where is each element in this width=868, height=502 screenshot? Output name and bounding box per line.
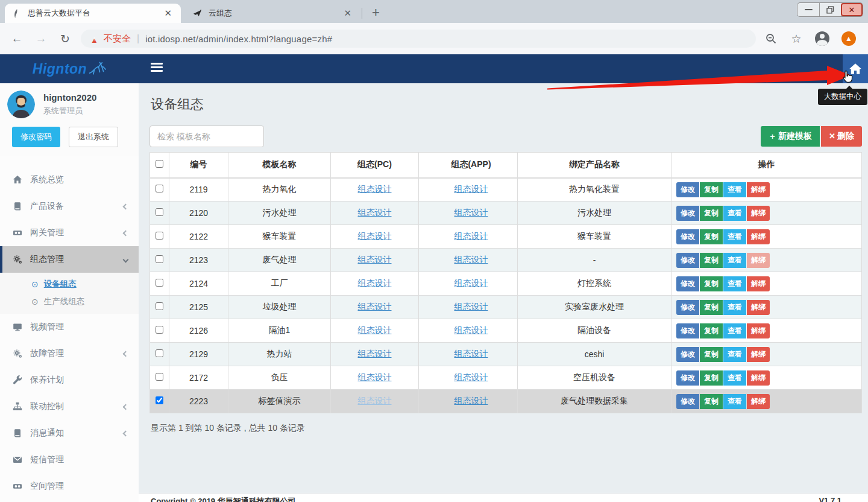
action-unbind-button[interactable]: 解绑: [747, 347, 770, 362]
row-checkbox[interactable]: [156, 396, 163, 404]
action-copy-button[interactable]: 复制: [700, 347, 723, 362]
sidebar-item-3[interactable]: 组态管理: [0, 246, 139, 273]
action-copy-button[interactable]: 复制: [700, 394, 723, 409]
delete-button[interactable]: ✕删除: [821, 126, 862, 147]
datacenter-home-button[interactable]: [843, 54, 868, 83]
action-edit-button[interactable]: 修改: [676, 253, 699, 268]
pc-design-link[interactable]: 组态设计: [358, 184, 392, 194]
action-copy-button[interactable]: 复制: [700, 300, 723, 315]
app-design-link[interactable]: 组态设计: [454, 278, 488, 288]
action-unbind-button[interactable]: 解绑: [747, 229, 770, 244]
row-checkbox[interactable]: [156, 373, 163, 381]
app-design-link[interactable]: 组态设计: [454, 372, 488, 382]
tab-close-icon[interactable]: ✕: [161, 7, 175, 19]
action-edit-button[interactable]: 修改: [676, 323, 699, 338]
new-template-button[interactable]: ＋新建模板: [761, 126, 820, 147]
sidebar-item-9[interactable]: 短信管理: [0, 446, 139, 473]
change-password-button[interactable]: 修改密码: [12, 127, 60, 147]
app-design-link[interactable]: 组态设计: [454, 184, 488, 194]
pc-design-link[interactable]: 组态设计: [358, 302, 392, 311]
action-view-button[interactable]: 查看: [723, 206, 746, 221]
app-design-link[interactable]: 组态设计: [454, 349, 488, 358]
tab-close-icon[interactable]: ✕: [341, 7, 354, 19]
action-unbind-button[interactable]: 解绑: [747, 276, 770, 291]
bookmark-star-icon[interactable]: ☆: [790, 32, 803, 45]
new-tab-button[interactable]: +: [372, 5, 380, 21]
action-unbind-button[interactable]: 解绑: [747, 370, 770, 386]
action-unbind-button[interactable]: 解绑: [747, 206, 770, 221]
row-checkbox[interactable]: [156, 185, 163, 192]
browser-tab-scada[interactable]: 云组态 ✕: [186, 4, 360, 23]
sidebar-item-6[interactable]: 保养计划: [0, 367, 139, 393]
action-copy-button[interactable]: 复制: [700, 206, 723, 221]
window-close-button[interactable]: ✕: [841, 3, 863, 16]
action-copy-button[interactable]: 复制: [700, 182, 723, 197]
browser-tab-platform[interactable]: 思普云大数据平台 ✕: [5, 4, 181, 23]
app-design-link[interactable]: 组态设计: [454, 231, 488, 241]
sidebar-item-8[interactable]: 消息通知: [0, 420, 139, 446]
app-design-link[interactable]: 组态设计: [454, 325, 488, 335]
extension-icon[interactable]: ▲: [841, 31, 856, 46]
submenu-item[interactable]: ⊙设备组态: [0, 275, 139, 293]
back-icon[interactable]: ←: [5, 32, 29, 45]
logout-button[interactable]: 退出系统: [69, 127, 118, 147]
sidebar-item-2[interactable]: 网关管理: [0, 220, 139, 246]
action-view-button[interactable]: 查看: [723, 300, 746, 315]
app-design-link[interactable]: 组态设计: [454, 255, 488, 264]
pc-design-link[interactable]: 组态设计: [358, 231, 392, 241]
window-minimize-button[interactable]: [797, 3, 819, 16]
app-design-link[interactable]: 组态设计: [454, 396, 488, 405]
action-edit-button[interactable]: 修改: [676, 229, 699, 244]
row-checkbox[interactable]: [156, 232, 163, 240]
pc-design-link[interactable]: 组态设计: [358, 325, 392, 335]
action-view-button[interactable]: 查看: [723, 276, 746, 291]
window-restore-button[interactable]: [819, 3, 841, 16]
action-copy-button[interactable]: 复制: [700, 253, 723, 268]
pc-design-link[interactable]: 组态设计: [358, 396, 392, 405]
pc-design-link[interactable]: 组态设计: [358, 349, 392, 358]
action-view-button[interactable]: 查看: [723, 323, 746, 338]
action-view-button[interactable]: 查看: [723, 347, 746, 362]
sidebar-item-4[interactable]: 视频管理: [0, 314, 139, 340]
action-edit-button[interactable]: 修改: [676, 276, 699, 291]
row-checkbox[interactable]: [156, 302, 163, 310]
row-checkbox[interactable]: [156, 255, 163, 263]
hamburger-menu-icon[interactable]: [151, 63, 163, 74]
action-copy-button[interactable]: 复制: [700, 276, 723, 291]
action-view-button[interactable]: 查看: [723, 182, 746, 197]
action-edit-button[interactable]: 修改: [676, 347, 699, 362]
action-view-button[interactable]: 查看: [723, 229, 746, 244]
row-checkbox[interactable]: [156, 349, 163, 357]
search-input[interactable]: [149, 126, 264, 147]
pc-design-link[interactable]: 组态设计: [358, 372, 392, 382]
action-unbind-button[interactable]: 解绑: [747, 394, 770, 409]
action-copy-button[interactable]: 复制: [700, 323, 723, 338]
forward-icon[interactable]: →: [29, 32, 53, 45]
action-copy-button[interactable]: 复制: [700, 229, 723, 244]
action-edit-button[interactable]: 修改: [676, 300, 699, 315]
sidebar-item-10[interactable]: 空间管理: [0, 473, 139, 500]
reload-icon[interactable]: ↻: [53, 32, 77, 46]
sidebar-item-5[interactable]: 故障管理: [0, 340, 139, 367]
browser-profile-icon[interactable]: [815, 31, 829, 46]
app-design-link[interactable]: 组态设计: [454, 208, 488, 217]
row-checkbox[interactable]: [156, 279, 163, 287]
action-edit-button[interactable]: 修改: [676, 370, 699, 386]
submenu-item[interactable]: ⊙生产线组态: [0, 293, 139, 310]
action-edit-button[interactable]: 修改: [676, 206, 699, 221]
select-all-checkbox[interactable]: [156, 160, 163, 168]
action-view-button[interactable]: 查看: [723, 370, 746, 386]
action-edit-button[interactable]: 修改: [676, 182, 699, 197]
row-checkbox[interactable]: [156, 326, 163, 334]
action-unbind-button[interactable]: 解绑: [747, 300, 770, 315]
sidebar-item-7[interactable]: 联动控制: [0, 393, 139, 420]
pc-design-link[interactable]: 组态设计: [358, 208, 392, 217]
action-view-button[interactable]: 查看: [723, 394, 746, 409]
action-unbind-button[interactable]: 解绑: [747, 182, 770, 197]
zoom-out-icon[interactable]: [764, 32, 778, 45]
row-checkbox[interactable]: [156, 208, 163, 216]
action-unbind-button[interactable]: 解绑: [747, 253, 770, 268]
action-edit-button[interactable]: 修改: [676, 394, 699, 409]
pc-design-link[interactable]: 组态设计: [358, 255, 392, 264]
action-view-button[interactable]: 查看: [723, 253, 746, 268]
